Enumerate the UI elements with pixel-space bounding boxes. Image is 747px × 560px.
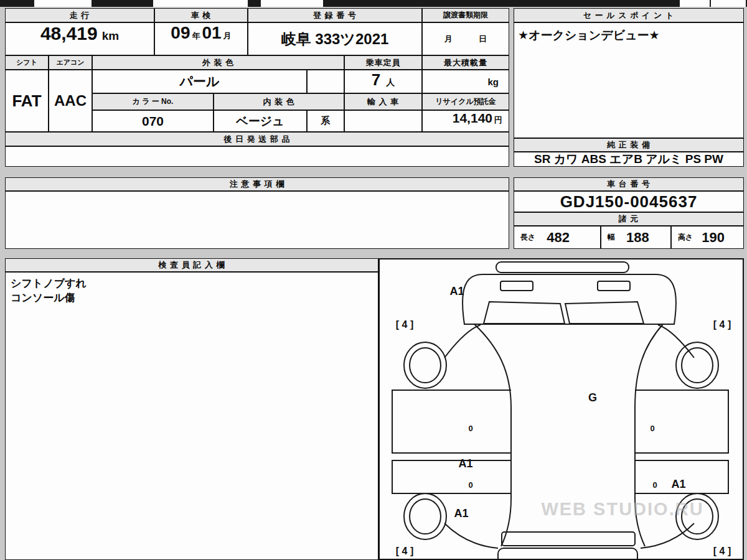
- aircon-label: エアコン: [56, 58, 84, 67]
- specs-title: 諸 元: [619, 213, 639, 225]
- cropped-cell: [34, 0, 92, 7]
- caution-title: 注 意 事 項 欄: [230, 179, 284, 190]
- windshield-right: [565, 302, 644, 324]
- zero-mark-left-lower: 0: [468, 480, 472, 490]
- zero-mark-left-upper: 0: [468, 424, 472, 433]
- wheel-front-right-inner: [682, 348, 713, 383]
- recycle-label: リサイクル預託金: [435, 96, 496, 107]
- registration-label: 登 録 番 号: [313, 10, 357, 21]
- max-load-unit: kg: [487, 77, 499, 87]
- aircon-header: エアコン: [49, 55, 92, 70]
- sales-point-title: セ ー ル ス ポ イ ン ト: [583, 10, 674, 21]
- spec-height-cell: 高さ 190: [671, 226, 744, 249]
- shaken-year-unit: 年: [192, 30, 200, 42]
- hood-outline: [463, 274, 676, 324]
- right-front-door-panel: [635, 390, 728, 453]
- rear-hatch: [502, 532, 635, 546]
- mileage-header: 走 行: [5, 8, 154, 22]
- front-left-fender: [444, 325, 481, 358]
- zero-mark-right-upper: 0: [650, 424, 654, 433]
- capacity-label: 乗車定員: [366, 57, 401, 68]
- sales-point-text: ★オークションデビュー★: [518, 27, 660, 44]
- rear-bumper: [498, 548, 637, 559]
- shift-value: FAT: [5, 70, 49, 132]
- later-parts-header: 後 日 発 送 部 品: [5, 132, 509, 146]
- rear-left-fender: [444, 523, 498, 548]
- damage-a1-left-rear: A1: [454, 507, 468, 520]
- height-label: 高さ: [678, 232, 693, 243]
- mileage-number: 48,419: [40, 23, 98, 44]
- later-parts-body: [5, 146, 509, 167]
- aircon-code: AAC: [54, 92, 87, 110]
- interior-color-name: ベージュ: [236, 113, 284, 129]
- damage-g-roof: G: [588, 391, 597, 404]
- cropped-cell: [680, 0, 710, 7]
- length-label: 長さ: [520, 232, 535, 243]
- recycle-amount: 14,140: [453, 111, 492, 126]
- interior-suffix-cell: 系: [307, 110, 344, 132]
- recycle-header: リサイクル預託金: [422, 93, 509, 110]
- equipment-title: 純 正 装 備: [607, 139, 651, 151]
- transfer-label: 譲渡書類期限: [443, 10, 488, 21]
- exterior-suffix-cell: [307, 70, 344, 93]
- transfer-deadline-header: 譲渡書類期限: [422, 8, 509, 22]
- hood-vent-right: [598, 281, 630, 291]
- inspector-note-2: コンソール傷: [11, 291, 87, 305]
- shift-label: シフト: [16, 58, 37, 67]
- shaken-month: 01: [202, 23, 222, 43]
- interior-color-value: ベージュ: [214, 110, 307, 132]
- transfer-day-label: 日: [479, 34, 487, 45]
- auction-sheet: 走 行 車 検 登 録 番 号 譲渡書類期限 48,419 km 09 年 01…: [0, 0, 747, 560]
- left-front-door-panel: [392, 390, 511, 453]
- damage-a1-left-door: A1: [458, 457, 472, 470]
- registration-header: 登 録 番 号: [248, 8, 422, 22]
- mileage-value: 48,419 km: [5, 22, 154, 55]
- color-no-code: 070: [142, 114, 164, 129]
- wheel-rear-left-inner: [410, 499, 441, 534]
- windshield-left: [484, 302, 565, 324]
- interior-color-label: 内 装 色: [263, 96, 294, 108]
- specs-header: 諸 元: [514, 212, 744, 226]
- equipment-header: 純 正 装 備: [514, 138, 744, 152]
- cropped-cell: [153, 0, 248, 7]
- hood-vent-left: [500, 281, 533, 291]
- tire-grade-front-right: [ 4 ]: [713, 319, 731, 330]
- recycle-unit: 円: [494, 114, 502, 126]
- watermark: WEB STUDIO.RU: [541, 499, 703, 519]
- wheel-rear-left: [404, 493, 446, 539]
- shaken-month-unit: 月: [223, 30, 232, 42]
- top-cropped-row: [0, 0, 747, 7]
- chassis-number: GDJ150-0045637: [560, 192, 698, 212]
- capacity-header: 乗車定員: [344, 55, 422, 70]
- spec-width-cell: 幅 188: [601, 226, 671, 249]
- exterior-color-header: 外 装 色: [92, 55, 344, 70]
- transfer-deadline-value: 月 日: [422, 22, 509, 55]
- transfer-month-label: 月: [444, 34, 453, 45]
- width-value: 188: [626, 230, 649, 246]
- inspector-header: 検 査 員 記 入 欄: [5, 258, 378, 272]
- caution-body: [5, 191, 509, 249]
- shift-header: シフト: [5, 55, 49, 70]
- shaken-header: 車 検: [154, 8, 248, 22]
- aircon-value: AAC: [49, 70, 92, 132]
- shaken-value: 09 年 01 月: [154, 22, 248, 55]
- equipment-body: SR カワ ABS エアB アルミ PS PW: [514, 152, 744, 167]
- mileage-unit: km: [102, 29, 119, 43]
- wheel-front-left: [404, 342, 446, 388]
- damage-a1-hood: A1: [449, 285, 464, 297]
- shaken-year: 09: [171, 23, 190, 43]
- capacity-number: 7: [372, 70, 380, 90]
- tire-grade-rear-right: [ 4 ]: [713, 546, 731, 556]
- color-no-value: 070: [92, 110, 214, 132]
- cropped-cell: [711, 0, 746, 7]
- interior-suffix: 系: [321, 115, 331, 127]
- left-rear-door-panel: [392, 460, 511, 493]
- import-car-header: 輸 入 車: [344, 93, 422, 110]
- import-car-value: [344, 110, 422, 132]
- chassis-header: 車 台 番 号: [514, 177, 744, 191]
- color-no-header: カ ラ ー No.: [92, 93, 214, 110]
- tire-grade-rear-left: [ 4 ]: [396, 546, 413, 556]
- spec-length-cell: 長さ 482: [514, 226, 601, 249]
- shaken-label: 車 検: [191, 10, 212, 21]
- max-load-header: 最大積載量: [422, 55, 509, 70]
